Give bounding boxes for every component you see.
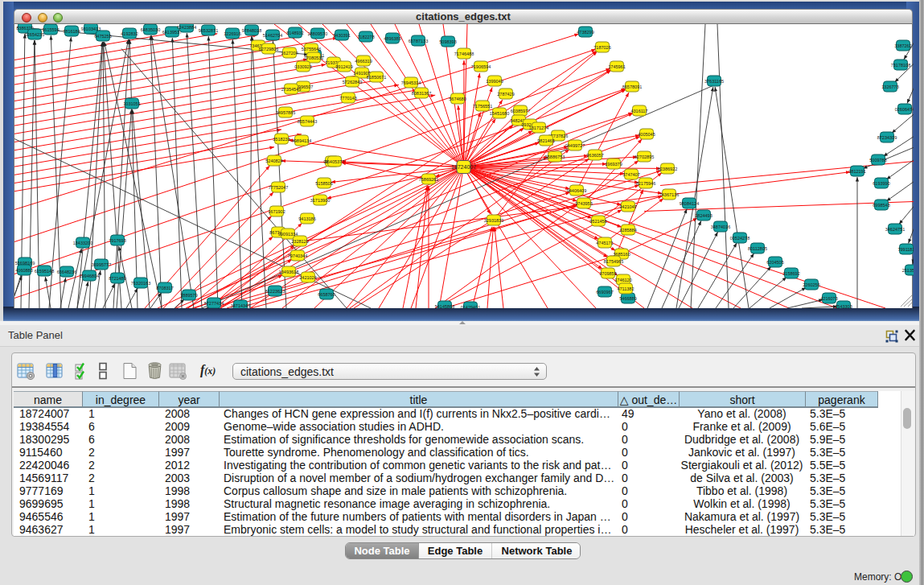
svg-text:9521456: 9521456 xyxy=(589,218,606,223)
svg-text:8708317: 8708317 xyxy=(156,285,173,290)
svg-text:27354549: 27354549 xyxy=(281,86,301,91)
svg-text:82175946: 82175946 xyxy=(636,180,655,185)
svg-text:3518233: 3518233 xyxy=(273,136,290,141)
svg-text:3387262: 3387262 xyxy=(894,43,911,47)
svg-text:28809570: 28809570 xyxy=(308,31,327,35)
svg-text:7816184: 7816184 xyxy=(63,28,80,33)
svg-text:0330923: 0330923 xyxy=(294,64,311,68)
svg-text:1399049: 1399049 xyxy=(486,78,503,83)
svg-text:4711382: 4711382 xyxy=(617,286,634,290)
svg-text:3285884: 3285884 xyxy=(619,227,636,232)
svg-text:3747407: 3747407 xyxy=(622,171,639,176)
svg-text:34624751: 34624751 xyxy=(885,226,905,231)
svg-text:64835030: 64835030 xyxy=(141,27,160,31)
svg-text:5009788: 5009788 xyxy=(869,157,886,162)
svg-text:62729806: 62729806 xyxy=(259,46,278,51)
svg-text:98084124: 98084124 xyxy=(680,200,699,205)
svg-text:55886753: 55886753 xyxy=(545,154,565,159)
svg-text:72423884: 72423884 xyxy=(177,24,196,29)
svg-text:53755646: 53755646 xyxy=(302,46,321,51)
svg-text:04499727: 04499727 xyxy=(565,142,585,147)
svg-text:94406409: 94406409 xyxy=(567,187,586,192)
svg-text:25135427: 25135427 xyxy=(902,267,914,272)
svg-text:81223623: 81223623 xyxy=(265,288,285,293)
svg-text:9821465: 9821465 xyxy=(537,138,554,142)
svg-text:36995777: 36995777 xyxy=(92,262,111,266)
svg-text:9912419: 9912419 xyxy=(335,64,352,68)
svg-text:6193990: 6193990 xyxy=(873,180,889,185)
svg-text:1031051: 1031051 xyxy=(123,101,140,105)
svg-text:7187026: 7187026 xyxy=(593,44,610,49)
svg-text:2787429: 2787429 xyxy=(497,91,514,96)
svg-text:34714345: 34714345 xyxy=(231,303,250,307)
svg-text:7182278: 7182278 xyxy=(357,34,374,39)
svg-text:4738299: 4738299 xyxy=(577,29,593,34)
svg-text:9421047: 9421047 xyxy=(619,204,636,208)
svg-text:85574443: 85574443 xyxy=(298,118,317,123)
svg-text:6998543: 6998543 xyxy=(873,202,889,207)
svg-text:71746488: 71746488 xyxy=(454,51,474,56)
svg-text:96532871: 96532871 xyxy=(199,27,218,32)
svg-text:13171274: 13171274 xyxy=(529,125,548,130)
svg-text:87234309: 87234309 xyxy=(877,134,897,139)
svg-text:34874016: 34874016 xyxy=(711,224,730,229)
svg-text:7991183: 7991183 xyxy=(897,246,914,251)
svg-text:87277434: 87277434 xyxy=(204,300,224,305)
svg-text:76320163: 76320163 xyxy=(131,280,150,285)
svg-text:17080531: 17080531 xyxy=(304,55,323,60)
svg-text:74367136: 74367136 xyxy=(659,192,679,196)
svg-text:1671902: 1671902 xyxy=(268,208,285,213)
svg-text:5240824: 5240824 xyxy=(265,158,282,163)
svg-text:71756551: 71756551 xyxy=(473,103,492,108)
svg-text:71906594: 71906594 xyxy=(471,64,491,68)
svg-text:15451680: 15451680 xyxy=(490,110,509,115)
svg-text:96405377: 96405377 xyxy=(325,159,344,163)
svg-text:1824493: 1824493 xyxy=(695,212,712,217)
svg-text:73178108: 73178108 xyxy=(891,62,910,67)
svg-text:7917693: 7917693 xyxy=(109,237,125,242)
svg-text:4316117: 4316117 xyxy=(630,108,647,113)
svg-text:4745171: 4745171 xyxy=(596,240,613,245)
svg-text:77752047: 77752047 xyxy=(269,184,288,189)
svg-text:9743953: 9743953 xyxy=(575,200,592,205)
svg-text:9413186: 9413186 xyxy=(298,216,315,220)
svg-text:51850671: 51850671 xyxy=(367,74,386,79)
svg-text:5158506: 5158506 xyxy=(315,180,332,185)
svg-text:4060883: 4060883 xyxy=(15,267,32,272)
svg-text:8721489: 8721489 xyxy=(109,275,125,280)
svg-text:29946804: 29946804 xyxy=(80,273,99,278)
svg-text:1745961: 1745961 xyxy=(608,64,625,68)
svg-text:62386922: 62386922 xyxy=(658,166,677,171)
svg-text:1969379: 1969379 xyxy=(605,161,622,166)
svg-text:51462704: 51462704 xyxy=(263,32,282,37)
svg-text:2421024: 2421024 xyxy=(299,274,316,279)
svg-text:7770143: 7770143 xyxy=(339,95,356,100)
svg-text:4192832: 4192832 xyxy=(121,31,138,35)
svg-text:1627204: 1627204 xyxy=(281,50,298,55)
svg-text:7543303: 7543303 xyxy=(835,303,852,307)
svg-text:18724007: 18724007 xyxy=(451,163,476,169)
svg-text:57262849: 57262849 xyxy=(343,79,362,84)
svg-text:02606474: 02606474 xyxy=(895,106,914,111)
svg-text:80831367: 80831367 xyxy=(412,90,431,95)
svg-text:2328120: 2328120 xyxy=(291,238,308,243)
svg-text:4216073: 4216073 xyxy=(820,295,837,300)
svg-text:2260256: 2260256 xyxy=(803,282,819,286)
svg-text:6690967: 6690967 xyxy=(596,289,613,294)
svg-text:1746120: 1746120 xyxy=(614,277,631,282)
svg-text:5098393: 5098393 xyxy=(439,39,456,43)
svg-text:75869261: 75869261 xyxy=(419,176,438,181)
svg-text:34957885: 34957885 xyxy=(276,109,295,114)
svg-text:1326773: 1326773 xyxy=(881,84,898,89)
svg-text:4966319: 4966319 xyxy=(355,58,372,63)
svg-text:7889579: 7889579 xyxy=(180,292,197,297)
svg-text:3158692: 3158692 xyxy=(782,270,799,275)
svg-text:54145868: 54145868 xyxy=(435,303,454,307)
svg-text:5466889: 5466889 xyxy=(619,295,636,300)
svg-text:97848018: 97848018 xyxy=(242,27,261,32)
svg-text:61595148: 61595148 xyxy=(35,268,54,273)
svg-text:64139537: 64139537 xyxy=(162,29,182,34)
svg-text:01429401: 01429401 xyxy=(461,304,480,307)
svg-text:60385977: 60385977 xyxy=(511,108,530,113)
svg-text:4896383: 4896383 xyxy=(384,35,400,40)
